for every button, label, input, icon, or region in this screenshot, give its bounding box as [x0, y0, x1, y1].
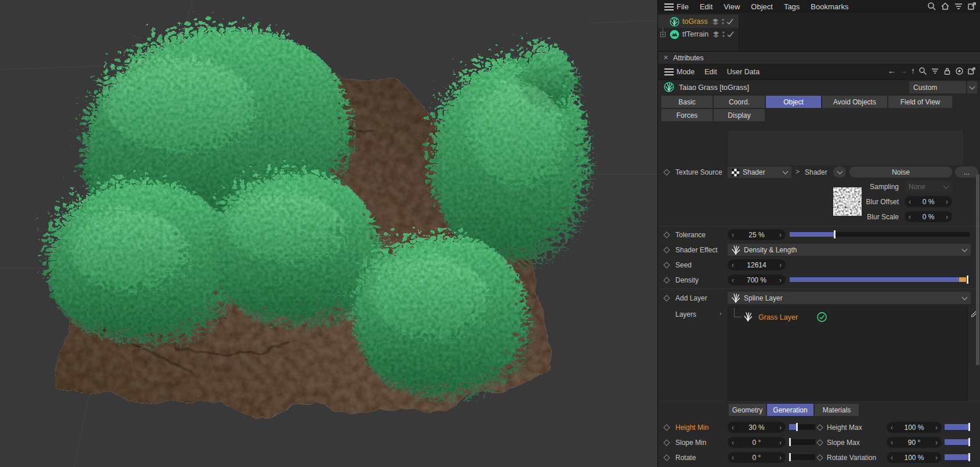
- layers-list[interactable]: Grass Layer: [728, 306, 968, 401]
- step-up-icon[interactable]: ›: [779, 439, 782, 446]
- viewport-3d[interactable]: [0, 0, 657, 467]
- tab-avoid-objects[interactable]: Avoid Objects: [822, 96, 887, 108]
- density-slider[interactable]: [790, 277, 970, 282]
- home-icon[interactable]: [941, 2, 950, 11]
- keyframe-diamond[interactable]: [663, 424, 670, 430]
- rotate-variation-stepper[interactable]: ‹ 100 % ›: [887, 452, 942, 463]
- search-icon[interactable]: [927, 2, 936, 11]
- height-max-stepper[interactable]: ‹ 100 % ›: [887, 422, 942, 433]
- rotate-variation-slider[interactable]: [945, 454, 970, 460]
- tab-display[interactable]: Display: [714, 109, 765, 121]
- menu-tags[interactable]: Tags: [784, 2, 800, 11]
- slope-min-slider[interactable]: [789, 439, 815, 445]
- keyframe-diamond[interactable]: [816, 424, 823, 430]
- shader-effect-dropdown[interactable]: Density & Length: [728, 244, 971, 256]
- search-icon[interactable]: [918, 67, 927, 75]
- slider-handle[interactable]: [968, 453, 970, 461]
- height-min-slider[interactable]: [789, 424, 815, 430]
- filter-icon[interactable]: [954, 2, 963, 11]
- density-value[interactable]: 700 %: [734, 276, 779, 284]
- rotate-value[interactable]: 0 °: [734, 454, 779, 462]
- height-max-slider[interactable]: [945, 424, 970, 430]
- parent-up-icon[interactable]: ↑: [911, 67, 915, 75]
- preset-dropdown[interactable]: Custom: [909, 81, 966, 93]
- object-row-toGrass[interactable]: toGrass: [658, 15, 739, 28]
- visibility-dots-icon[interactable]: [722, 30, 725, 38]
- texture-source-type-dropdown[interactable]: Shader: [728, 166, 791, 178]
- close-icon[interactable]: ✕: [663, 54, 668, 61]
- more-options-button[interactable]: ...: [955, 166, 978, 178]
- step-up-icon[interactable]: ›: [935, 424, 938, 431]
- tab-materials[interactable]: Materials: [815, 404, 859, 416]
- slope-max-stepper[interactable]: ‹ 90 ° ›: [887, 437, 942, 448]
- slider-handle[interactable]: [789, 453, 791, 461]
- rotate-slider[interactable]: [789, 454, 815, 460]
- step-up-icon[interactable]: ›: [779, 262, 782, 269]
- keyframe-diamond[interactable]: [663, 439, 670, 446]
- object-row-tfTerrain[interactable]: tfTerrain: [658, 28, 739, 41]
- step-up-icon[interactable]: ›: [779, 277, 782, 284]
- add-layer-dropdown[interactable]: Spline Layer: [728, 292, 971, 304]
- blur-scale-value[interactable]: 0 %: [911, 213, 946, 221]
- tolerance-value[interactable]: 25 %: [734, 231, 779, 239]
- slope-max-value[interactable]: 90 °: [893, 439, 935, 447]
- step-up-icon[interactable]: ›: [946, 213, 948, 220]
- step-up-icon[interactable]: ›: [935, 439, 938, 446]
- tolerance-stepper[interactable]: ‹ 25 % ›: [728, 229, 786, 240]
- new-window-icon[interactable]: [967, 67, 976, 75]
- step-up-icon[interactable]: ›: [779, 424, 782, 431]
- new-window-icon[interactable]: [967, 2, 977, 11]
- blur-offset-value[interactable]: 0 %: [911, 198, 946, 206]
- tab-coord[interactable]: Coord.: [714, 96, 765, 108]
- slider-handle[interactable]: [796, 423, 798, 431]
- menu-bookmarks[interactable]: Bookmarks: [811, 2, 848, 11]
- rotate-variation-value[interactable]: 100 %: [893, 454, 935, 462]
- slider-handle[interactable]: [789, 438, 791, 446]
- rotate-stepper[interactable]: ‹ 0 ° ›: [728, 452, 786, 463]
- height-min-stepper[interactable]: ‹ 30 % ›: [728, 422, 786, 433]
- panel-scrollbar[interactable]: [976, 174, 979, 365]
- tab-forces[interactable]: Forces: [661, 109, 713, 121]
- keyframe-diamond[interactable]: [663, 454, 670, 461]
- hamburger-menu-icon[interactable]: [664, 3, 674, 10]
- keyframe-diamond[interactable]: [816, 454, 823, 461]
- menu-view[interactable]: View: [724, 2, 740, 11]
- keyframe-diamond[interactable]: [816, 439, 823, 446]
- menu-object[interactable]: Object: [751, 2, 773, 11]
- enable-check-icon[interactable]: [727, 30, 734, 38]
- track-target-icon[interactable]: [955, 67, 964, 75]
- tab-object[interactable]: Object: [766, 96, 821, 108]
- slider-handle[interactable]: [967, 276, 968, 284]
- step-up-icon[interactable]: ›: [779, 231, 782, 238]
- tab-generation[interactable]: Generation: [767, 404, 813, 416]
- height-min-value[interactable]: 30 %: [734, 423, 779, 432]
- tab-basic[interactable]: Basic: [661, 96, 713, 108]
- blur-offset-stepper[interactable]: ‹ 0 % ›: [905, 196, 952, 207]
- seed-stepper[interactable]: ‹ 12614 ›: [728, 259, 786, 270]
- slope-min-value[interactable]: 0 °: [734, 439, 779, 447]
- step-up-icon[interactable]: ›: [946, 198, 948, 205]
- shader-name-button[interactable]: Noise: [849, 166, 952, 178]
- keyframe-diamond[interactable]: [663, 277, 670, 283]
- hamburger-menu-icon[interactable]: [664, 68, 674, 75]
- enable-check-icon[interactable]: [726, 17, 733, 26]
- layer-stack-icon[interactable]: [711, 17, 719, 26]
- slope-max-slider[interactable]: [945, 439, 970, 445]
- slider-handle[interactable]: [968, 423, 970, 431]
- blur-scale-stepper[interactable]: ‹ 0 % ›: [905, 211, 952, 222]
- keyframe-diamond[interactable]: [663, 169, 670, 175]
- tolerance-slider[interactable]: [790, 232, 970, 237]
- height-max-value[interactable]: 100 %: [893, 423, 935, 432]
- filter-icon[interactable]: [931, 67, 939, 75]
- menu-edit[interactable]: Edit: [700, 2, 713, 11]
- expand-plus-icon[interactable]: [660, 32, 666, 37]
- history-forward-icon[interactable]: →: [899, 67, 907, 75]
- layer-name[interactable]: Grass Layer: [758, 313, 798, 321]
- attr-menu-edit[interactable]: Edit: [704, 68, 717, 76]
- tab-field-of-view[interactable]: Field of View: [888, 96, 952, 108]
- attr-menu-mode[interactable]: Mode: [677, 68, 695, 76]
- history-back-icon[interactable]: ←: [888, 67, 896, 75]
- keyframe-diamond[interactable]: [663, 295, 670, 301]
- slider-handle[interactable]: [834, 230, 836, 238]
- slope-min-stepper[interactable]: ‹ 0 ° ›: [728, 437, 786, 448]
